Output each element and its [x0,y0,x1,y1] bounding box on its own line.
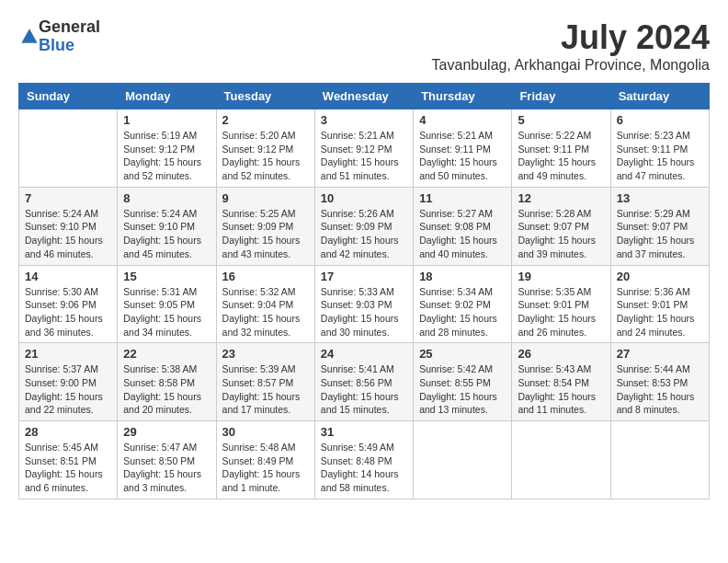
calendar-cell: 15Sunrise: 5:31 AMSunset: 9:05 PMDayligh… [118,265,216,343]
calendar-cell: 19Sunrise: 5:35 AMSunset: 9:01 PMDayligh… [512,265,610,343]
day-number: 10 [321,191,407,205]
day-info: Sunrise: 5:20 AMSunset: 9:12 PMDaylight:… [222,129,309,183]
day-info: Sunrise: 5:32 AMSunset: 9:04 PMDaylight:… [222,285,309,339]
title-section: July 2024 Tavanbulag, Arkhangai Province… [432,18,710,74]
day-info: Sunrise: 5:22 AMSunset: 9:11 PMDaylight:… [518,129,604,183]
day-info: Sunrise: 5:43 AMSunset: 8:54 PMDaylight:… [518,362,604,417]
calendar-cell: 18Sunrise: 5:34 AMSunset: 9:02 PMDayligh… [414,265,512,343]
day-info: Sunrise: 5:21 AMSunset: 9:11 PMDaylight:… [419,129,506,183]
day-number: 22 [123,347,210,361]
day-info: Sunrise: 5:24 AMSunset: 9:10 PMDaylight:… [123,207,210,261]
day-info: Sunrise: 5:28 AMSunset: 9:07 PMDaylight:… [518,207,604,261]
weekday-header: Tuesday [216,84,314,109]
calendar-cell: 20Sunrise: 5:36 AMSunset: 9:01 PMDayligh… [610,265,709,343]
calendar-cell: 23Sunrise: 5:39 AMSunset: 8:57 PMDayligh… [216,343,314,421]
day-info: Sunrise: 5:26 AMSunset: 9:09 PMDaylight:… [321,207,407,261]
calendar-week-row: 1Sunrise: 5:19 AMSunset: 9:12 PMDaylight… [19,109,710,188]
day-number: 11 [419,191,506,205]
calendar-cell: 13Sunrise: 5:29 AMSunset: 9:07 PMDayligh… [610,187,709,265]
weekday-header-row: SundayMondayTuesdayWednesdayThursdayFrid… [19,84,710,109]
calendar-cell: 1Sunrise: 5:19 AMSunset: 9:12 PMDaylight… [118,109,216,188]
day-info: Sunrise: 5:29 AMSunset: 9:07 PMDaylight:… [617,207,703,261]
calendar-week-row: 7Sunrise: 5:24 AMSunset: 9:10 PMDaylight… [19,187,710,265]
day-info: Sunrise: 5:25 AMSunset: 9:09 PMDaylight:… [222,207,309,261]
day-number: 3 [321,113,407,127]
day-number: 5 [518,113,604,127]
calendar-cell [19,109,118,188]
logo: General Blue [18,18,100,55]
svg-marker-0 [21,29,37,42]
day-info: Sunrise: 5:36 AMSunset: 9:01 PMDaylight:… [617,285,703,339]
calendar-cell: 31Sunrise: 5:49 AMSunset: 8:48 PMDayligh… [314,421,413,500]
calendar-week-row: 14Sunrise: 5:30 AMSunset: 9:06 PMDayligh… [19,265,710,343]
day-number: 14 [25,270,111,283]
day-number: 26 [518,347,604,361]
day-info: Sunrise: 5:47 AMSunset: 8:50 PMDaylight:… [123,441,210,495]
logo-general: General [39,18,100,37]
day-number: 8 [123,191,210,205]
weekday-header: Sunday [19,84,118,109]
location: Tavanbulag, Arkhangai Province, Mongolia [432,57,710,74]
calendar-cell: 30Sunrise: 5:48 AMSunset: 8:49 PMDayligh… [216,421,314,500]
day-info: Sunrise: 5:24 AMSunset: 9:10 PMDaylight:… [25,207,111,261]
day-info: Sunrise: 5:44 AMSunset: 8:53 PMDaylight:… [617,362,703,417]
day-info: Sunrise: 5:34 AMSunset: 9:02 PMDaylight:… [419,285,506,339]
day-number: 1 [123,113,210,127]
weekday-header: Thursday [414,84,512,109]
day-number: 2 [222,113,309,127]
calendar-cell: 11Sunrise: 5:27 AMSunset: 9:08 PMDayligh… [414,187,512,265]
calendar-cell: 4Sunrise: 5:21 AMSunset: 9:11 PMDaylight… [414,109,512,188]
day-number: 13 [617,191,703,205]
day-number: 29 [123,425,210,439]
page-header: General Blue July 2024 Tavanbulag, Arkha… [18,18,710,74]
day-number: 17 [321,270,407,283]
day-info: Sunrise: 5:21 AMSunset: 9:12 PMDaylight:… [321,129,407,183]
day-number: 9 [222,191,309,205]
day-number: 19 [518,270,604,283]
logo-icon [20,28,39,46]
day-number: 15 [123,270,210,283]
day-number: 21 [25,347,111,361]
day-number: 12 [518,191,604,205]
weekday-header: Friday [512,84,610,109]
calendar-cell: 29Sunrise: 5:47 AMSunset: 8:50 PMDayligh… [118,421,216,500]
weekday-header: Saturday [610,84,709,109]
day-info: Sunrise: 5:45 AMSunset: 8:51 PMDaylight:… [25,441,111,495]
calendar-cell: 5Sunrise: 5:22 AMSunset: 9:11 PMDaylight… [512,109,610,188]
logo-text: General Blue [39,18,100,55]
calendar-cell: 14Sunrise: 5:30 AMSunset: 9:06 PMDayligh… [19,265,118,343]
month-title: July 2024 [432,18,710,57]
calendar-cell: 9Sunrise: 5:25 AMSunset: 9:09 PMDaylight… [216,187,314,265]
day-number: 30 [222,425,309,439]
day-info: Sunrise: 5:23 AMSunset: 9:11 PMDaylight:… [617,129,703,183]
calendar-cell: 8Sunrise: 5:24 AMSunset: 9:10 PMDaylight… [118,187,216,265]
logo-blue: Blue [39,37,100,55]
calendar-cell: 22Sunrise: 5:38 AMSunset: 8:58 PMDayligh… [118,343,216,421]
calendar-cell: 6Sunrise: 5:23 AMSunset: 9:11 PMDaylight… [610,109,709,188]
calendar-week-row: 28Sunrise: 5:45 AMSunset: 8:51 PMDayligh… [19,421,710,500]
weekday-header: Monday [118,84,216,109]
day-number: 4 [419,113,506,127]
day-number: 27 [617,347,703,361]
day-info: Sunrise: 5:49 AMSunset: 8:48 PMDaylight:… [321,441,407,495]
day-number: 28 [25,425,111,439]
calendar-cell: 26Sunrise: 5:43 AMSunset: 8:54 PMDayligh… [512,343,610,421]
calendar-cell: 7Sunrise: 5:24 AMSunset: 9:10 PMDaylight… [19,187,118,265]
calendar-cell: 10Sunrise: 5:26 AMSunset: 9:09 PMDayligh… [314,187,413,265]
calendar-week-row: 21Sunrise: 5:37 AMSunset: 9:00 PMDayligh… [19,343,710,421]
calendar-cell [610,421,709,500]
day-number: 7 [25,191,111,205]
calendar-cell: 28Sunrise: 5:45 AMSunset: 8:51 PMDayligh… [19,421,118,500]
day-number: 25 [419,347,506,361]
calendar-cell: 21Sunrise: 5:37 AMSunset: 9:00 PMDayligh… [19,343,118,421]
calendar-cell: 17Sunrise: 5:33 AMSunset: 9:03 PMDayligh… [314,265,413,343]
calendar-cell: 12Sunrise: 5:28 AMSunset: 9:07 PMDayligh… [512,187,610,265]
calendar-cell: 24Sunrise: 5:41 AMSunset: 8:56 PMDayligh… [314,343,413,421]
day-number: 23 [222,347,309,361]
calendar-cell [414,421,512,500]
calendar-cell [512,421,610,500]
day-info: Sunrise: 5:27 AMSunset: 9:08 PMDaylight:… [419,207,506,261]
day-info: Sunrise: 5:39 AMSunset: 8:57 PMDaylight:… [222,362,309,417]
day-info: Sunrise: 5:31 AMSunset: 9:05 PMDaylight:… [123,285,210,339]
calendar-cell: 3Sunrise: 5:21 AMSunset: 9:12 PMDaylight… [314,109,413,188]
